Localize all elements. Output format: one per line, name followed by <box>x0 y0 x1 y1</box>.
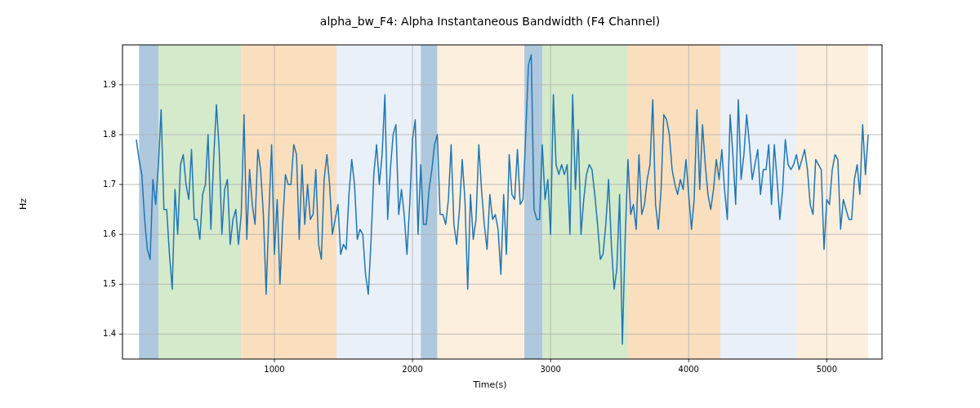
segment-band <box>542 45 628 359</box>
x-tick-label: 1000 <box>264 365 284 374</box>
chart-container: alpha_bw_F4: Alpha Instantaneous Bandwid… <box>0 0 980 408</box>
x-tick-label: 3000 <box>540 365 560 374</box>
segment-band <box>421 45 437 359</box>
x-tick-label: 5000 <box>817 365 837 374</box>
segment-band <box>808 45 868 359</box>
chart-svg: 100020003000400050001.41.51.61.71.81.9 <box>0 0 980 408</box>
y-tick-label: 1.9 <box>103 80 116 89</box>
y-tick-label: 1.6 <box>103 229 116 238</box>
segment-band <box>256 45 336 359</box>
y-tick-label: 1.4 <box>103 329 116 338</box>
y-tick-label: 1.8 <box>103 130 116 139</box>
x-tick-label: 2000 <box>402 365 422 374</box>
x-tick-label: 4000 <box>679 365 699 374</box>
segment-band <box>438 45 525 359</box>
segment-band <box>796 45 808 359</box>
y-tick-label: 1.7 <box>103 180 116 188</box>
segment-band <box>720 45 796 359</box>
y-tick-label: 1.5 <box>103 279 116 288</box>
